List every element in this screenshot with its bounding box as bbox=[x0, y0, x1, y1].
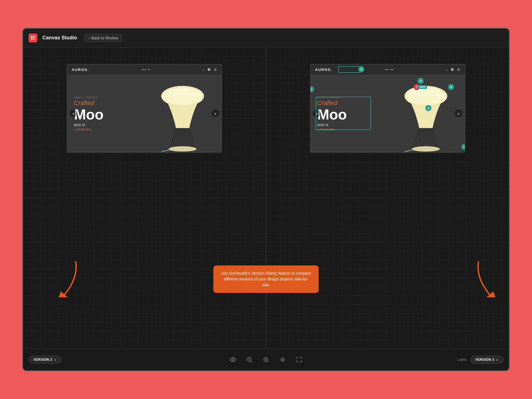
left-hero-title: Moo bbox=[74, 107, 104, 122]
user-icon: ⚈ bbox=[207, 67, 211, 72]
svg-line-10 bbox=[177, 128, 180, 149]
visibility-toggle-button[interactable] bbox=[228, 355, 237, 364]
svg-line-11 bbox=[180, 128, 181, 149]
version-3-button[interactable]: VERSION 3 ▲ bbox=[470, 356, 503, 364]
annotation-3-arrow: → bbox=[438, 107, 443, 113]
app-window: Canvas Studio ‹ Back to Review AUROS. ⌕ bbox=[22, 28, 510, 371]
left-nav-center bbox=[141, 69, 150, 70]
right-hamburger-icon-2 bbox=[391, 69, 393, 70]
right-design-frame: AUROS. ⌕ ⚈ ⊕ 5 bbox=[310, 64, 465, 153]
svg-point-6 bbox=[163, 88, 202, 105]
svg-rect-0 bbox=[31, 36, 33, 38]
chevron-left-icon: ‹ bbox=[88, 36, 90, 40]
annotation-5: 5 bbox=[358, 66, 364, 72]
canvas-area: AUROS. ⌕ ⚈ ⊕ #WALL LIGHTING Cra bbox=[23, 47, 509, 348]
right-nav-icons: ⌕ ⚈ ⊕ bbox=[446, 67, 460, 72]
svg-rect-3 bbox=[33, 38, 35, 40]
header: Canvas Studio ‹ Back to Review bbox=[23, 29, 509, 47]
left-mockup-nav: AUROS. ⌕ ⚈ ⊕ bbox=[67, 65, 221, 75]
app-title: Canvas Studio bbox=[42, 35, 77, 41]
version-history-tooltip: Use GoVisually's Version History feature… bbox=[213, 265, 319, 293]
left-hero-cursive: Crafted bbox=[74, 99, 104, 107]
right-user-icon: ⚈ bbox=[451, 67, 454, 72]
right-hamburger-icon bbox=[385, 69, 389, 70]
back-to-review-button[interactable]: ‹ Back to Review bbox=[84, 34, 122, 42]
right-mockup-nav: AUROS. ⌕ ⚈ ⊕ bbox=[311, 65, 465, 75]
zoom-out-button[interactable] bbox=[245, 355, 254, 364]
annotation-3: 3 bbox=[425, 105, 431, 111]
svg-line-29 bbox=[429, 128, 431, 149]
right-nav-center bbox=[385, 69, 393, 70]
svg-line-25 bbox=[421, 128, 423, 149]
cart-icon: ⊕ bbox=[214, 67, 217, 72]
latest-label: Latest bbox=[457, 358, 467, 362]
right-mockup-hero: #WALL LIGHTING Crafted Moo $183.76 → Dis… bbox=[311, 75, 465, 152]
svg-line-26 bbox=[423, 128, 424, 149]
version-right-container: Latest VERSION 3 ▲ bbox=[457, 356, 503, 364]
annotation-2: 2 bbox=[461, 144, 465, 150]
hamburger-highlight-box bbox=[338, 66, 360, 73]
svg-rect-2 bbox=[31, 38, 33, 40]
right-nav-arrow-right[interactable]: › bbox=[455, 109, 462, 117]
version-3-chevron-icon: ▲ bbox=[496, 358, 499, 361]
hamburger-icon bbox=[141, 69, 146, 70]
version-2-button[interactable]: VERSION 2 ▲ bbox=[29, 356, 62, 364]
left-nav-icons: ⌕ ⚈ ⊕ bbox=[202, 67, 217, 72]
left-nav-arrow-right[interactable]: › bbox=[211, 109, 219, 117]
version-chevron-icon: ▲ bbox=[54, 358, 57, 361]
svg-line-44 bbox=[267, 361, 269, 362]
svg-line-40 bbox=[251, 361, 252, 362]
svg-point-18 bbox=[169, 146, 196, 152]
svg-line-14 bbox=[185, 128, 188, 149]
left-nav-arrow-left[interactable]: ‹ bbox=[70, 109, 77, 117]
expand-button[interactable] bbox=[295, 355, 304, 364]
search-icon: ⌕ bbox=[202, 67, 204, 72]
zoom-in-button[interactable] bbox=[262, 355, 270, 364]
left-hero-tag: #WALL LIGHTING bbox=[74, 96, 104, 98]
svg-point-37 bbox=[232, 359, 234, 360]
right-cart-icon: ⊕ bbox=[457, 67, 460, 72]
right-search-icon: ⌕ bbox=[446, 67, 448, 72]
new-badge: NEW bbox=[418, 85, 427, 89]
left-discover-link: → Discover Now... bbox=[74, 128, 104, 130]
left-mockup-logo: AUROS. bbox=[72, 68, 89, 72]
left-lamp-image bbox=[155, 80, 210, 152]
right-mockup-logo: AUROS. bbox=[315, 68, 332, 72]
svg-point-21 bbox=[407, 88, 445, 105]
app-logo-icon bbox=[29, 34, 37, 42]
svg-point-36 bbox=[230, 358, 236, 362]
left-design-frame: AUROS. ⌕ ⚈ ⊕ #WALL LIGHTING Cra bbox=[67, 64, 222, 153]
left-hero-price: $183.76 bbox=[74, 123, 104, 127]
compress-button[interactable] bbox=[278, 355, 287, 364]
svg-line-13 bbox=[184, 128, 185, 149]
hamburger-icon-2 bbox=[147, 69, 150, 70]
right-panel: AUROS. ⌕ ⚈ ⊕ 5 bbox=[266, 47, 509, 348]
annotation-1: 1 bbox=[311, 86, 314, 92]
left-mockup-hero: #WALL LIGHTING Crafted Moo $183.76 → Dis… bbox=[67, 75, 221, 152]
svg-line-28 bbox=[427, 128, 429, 149]
svg-rect-1 bbox=[33, 36, 35, 38]
svg-point-33 bbox=[412, 146, 440, 152]
left-panel: AUROS. ⌕ ⚈ ⊕ #WALL LIGHTING Cra bbox=[23, 47, 266, 348]
annotation-4: 4 bbox=[418, 78, 424, 84]
left-hero-content: #WALL LIGHTING Crafted Moo $183.76 → Dis… bbox=[74, 96, 104, 130]
right-lamp-image bbox=[398, 80, 454, 152]
content-highlight-box bbox=[316, 97, 371, 130]
bottom-toolbar: VERSION 2 ▲ bbox=[23, 348, 509, 370]
version-left-container: VERSION 2 ▲ bbox=[29, 356, 62, 364]
annotation-6: 6 bbox=[448, 84, 454, 90]
